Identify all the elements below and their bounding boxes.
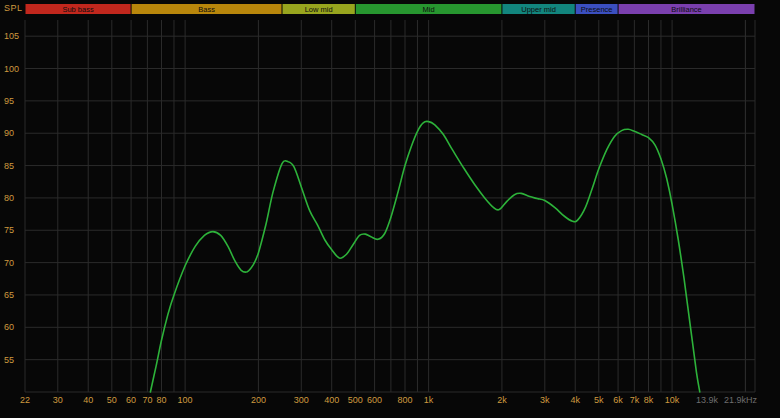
y-tick-label: 80 [4,193,14,203]
x-tick-label: 6k [613,395,623,405]
x-tick-label: 300 [294,395,309,405]
x-tick-label: 100 [178,395,193,405]
x-tick-label: 50 [107,395,117,405]
spl-curve [150,121,699,392]
x-tick-label: 40 [83,395,93,405]
y-tick-label: 70 [4,258,14,268]
x-tick-label: 4k [570,395,580,405]
x-tick-label: 3k [540,395,550,405]
band-label: Sub bass [62,5,94,14]
x-tick-label: 21.9kHz [724,395,758,405]
y-tick-label: 105 [4,31,19,41]
band-label: Mid [423,5,435,14]
spl-chart: Sub bassBassLow midMidUpper midPresenceB… [0,0,780,418]
y-tick-label: 90 [4,128,14,138]
x-tick-label: 500 [348,395,363,405]
band-label: Bass [198,5,215,14]
x-tick-label: 8k [644,395,654,405]
band-label: Brilliance [671,5,701,14]
y-tick-label: 65 [4,290,14,300]
x-tick-label: 400 [324,395,339,405]
x-tick-label: 10k [665,395,680,405]
y-tick-label: 60 [4,322,14,332]
band-label: Low mid [305,5,333,14]
spl-axis-title: SPL [4,3,23,13]
x-tick-label: 7k [630,395,640,405]
x-tick-label: 1k [424,395,434,405]
spl-analyzer: SPL Sub bassBassLow midMidUpper midPrese… [0,0,780,418]
x-tick-label: 5k [594,395,604,405]
y-tick-label: 75 [4,225,14,235]
y-tick-label: 95 [4,96,14,106]
x-tick-label: 60 [126,395,136,405]
band-label: Upper mid [521,5,556,14]
x-tick-label: 22 [20,395,30,405]
y-tick-label: 85 [4,161,14,171]
x-tick-label: 70 [142,395,152,405]
x-tick-label: 800 [397,395,412,405]
x-tick-label: 30 [53,395,63,405]
x-tick-label: 2k [497,395,507,405]
x-tick-label: 600 [367,395,382,405]
x-tick-label: 13.9k [696,395,719,405]
x-tick-label: 200 [251,395,266,405]
band-label: Presence [581,5,613,14]
y-tick-label: 55 [4,355,14,365]
x-tick-label: 80 [157,395,167,405]
y-tick-label: 100 [4,64,19,74]
